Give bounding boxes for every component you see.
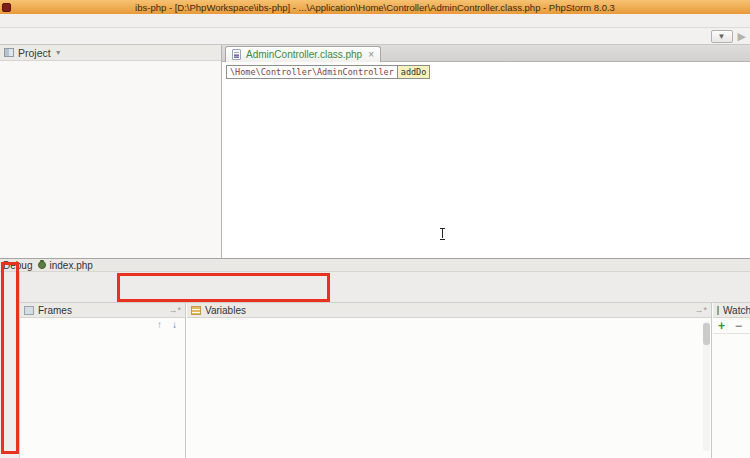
breadcrumb-bar: ▼ ▶: [0, 28, 750, 45]
frame-up-icon[interactable]: ↑: [157, 319, 162, 330]
scrollbar[interactable]: [703, 321, 710, 451]
watches-toolbar: + −: [713, 318, 750, 334]
window-title: ibs-php - [D:\PhpWorkspace\ibs-php] - ..…: [0, 2, 750, 13]
watches-pane: Watches + −: [713, 303, 750, 458]
frames-title: Frames: [38, 305, 72, 316]
tab-label: AdminController.class.php: [246, 49, 362, 60]
scrollbar-thumb[interactable]: [703, 323, 710, 345]
watches-title: Watches: [723, 305, 750, 316]
variables-icon: [191, 306, 201, 315]
debug-tool-window: Debug index.php Frames →*: [0, 258, 750, 458]
project-panel-icon: [4, 48, 14, 57]
menu-bar: [0, 14, 750, 28]
tab-close-icon[interactable]: ×: [368, 49, 374, 60]
main-area: Project ▼ AdminController.class.php × \H…: [0, 45, 750, 258]
remove-watch-button[interactable]: −: [735, 319, 742, 333]
frame-down-icon[interactable]: ↓: [172, 319, 177, 330]
text-cursor: [440, 228, 445, 238]
frames-header: Frames →*: [20, 303, 185, 318]
chevron-down-icon[interactable]: ▼: [55, 49, 62, 56]
add-watch-button[interactable]: +: [718, 319, 725, 333]
context-class-path: \Home\Controller\AdminController: [226, 65, 398, 79]
run-controls: ▼ ▶: [711, 30, 746, 43]
variables-pane: Variables →*: [187, 303, 712, 458]
run-button[interactable]: ▶: [738, 30, 746, 43]
phpstorm-window: ibs-php - [D:\PhpWorkspace\ibs-php] - ..…: [0, 0, 750, 458]
debug-window-title: Debug: [3, 260, 32, 271]
run-config-dropdown[interactable]: ▼: [711, 30, 733, 43]
watches-header: Watches: [713, 303, 750, 318]
debug-panes: Frames →* ↑ ↓ Variables →*: [20, 303, 750, 458]
frames-pane: Frames →* ↑ ↓: [20, 303, 186, 458]
watches-icon: [717, 306, 719, 315]
debug-tabs-row: [20, 272, 750, 303]
php-file-icon: [232, 49, 241, 60]
variables-header: Variables →*: [187, 303, 711, 318]
jump-arrow-icon: →*: [694, 305, 707, 315]
project-panel-header: Project ▼: [0, 45, 221, 61]
debug-bug-icon: [38, 261, 46, 269]
frames-icon: [24, 306, 34, 315]
debug-config-name: index.php: [49, 260, 92, 271]
debug-body: Frames →* ↑ ↓ Variables →*: [0, 272, 750, 458]
variables-title: Variables: [205, 305, 246, 316]
context-method: addDo: [398, 65, 431, 79]
debug-left-toolbar: [0, 272, 20, 458]
editor-area: AdminController.class.php × \Home\Contro…: [222, 45, 750, 258]
project-panel: Project ▼: [0, 45, 222, 258]
project-tree: [0, 61, 221, 63]
frames-nav: ↑ ↓: [20, 318, 185, 331]
jump-arrow-icon: →*: [168, 305, 181, 315]
project-panel-title: Project: [18, 47, 51, 59]
code-area[interactable]: [222, 79, 750, 258]
title-bar: ibs-php - [D:\PhpWorkspace\ibs-php] - ..…: [0, 0, 750, 14]
debug-window-header: Debug index.php: [0, 259, 750, 272]
editor-tab-bar: AdminController.class.php ×: [222, 45, 750, 62]
execution-context-bar: \Home\Controller\AdminController addDo: [226, 65, 430, 79]
debug-content: Frames →* ↑ ↓ Variables →*: [20, 272, 750, 458]
tab-admincontroller[interactable]: AdminController.class.php ×: [225, 46, 381, 62]
